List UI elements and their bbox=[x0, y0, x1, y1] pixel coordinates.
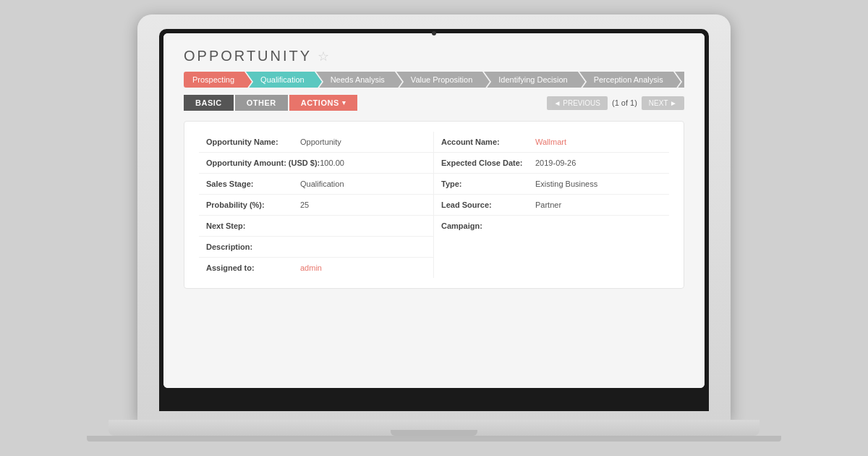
field-description: Description: bbox=[199, 237, 433, 258]
tab-basic[interactable]: BASIC bbox=[184, 95, 234, 111]
laptop-bottom bbox=[87, 436, 781, 442]
field-sales-stage: Sales Stage: Qualification bbox=[199, 174, 433, 195]
field-next-step: Next Step: bbox=[199, 216, 433, 237]
laptop-screen: OPPORTUNITY ☆ Prospecting Qualification … bbox=[163, 33, 705, 388]
pipeline: Prospecting Qualification Needs Analysis… bbox=[184, 72, 684, 88]
stage-identifying-decision[interactable]: Identifying Decision bbox=[484, 72, 577, 88]
field-opportunity-name: Opportunity Name: Opportunity bbox=[199, 132, 433, 153]
field-assigned-to: Assigned to: admin bbox=[199, 258, 433, 278]
stage-qualification[interactable]: Qualification bbox=[246, 72, 315, 88]
field-opportunity-amount: Opportunity Amount: (USD $): 100.00 bbox=[199, 153, 433, 174]
stage-needs-analysis[interactable]: Needs Analysis bbox=[316, 72, 395, 88]
left-column: Opportunity Name: Opportunity Opportunit… bbox=[199, 132, 434, 278]
previous-button[interactable]: ◄ PREVIOUS bbox=[547, 96, 608, 110]
field-account-name: Account Name: Wallmart bbox=[434, 132, 669, 153]
next-button[interactable]: NEXT ► bbox=[642, 96, 684, 110]
field-close-date: Expected Close Date: 2019-09-26 bbox=[434, 153, 669, 174]
tab-actions[interactable]: ACTIONS ▾ bbox=[289, 95, 358, 111]
stage-perception-analysis[interactable]: Perception Analysis bbox=[579, 72, 673, 88]
actions-dropdown-arrow: ▾ bbox=[342, 99, 346, 106]
stage-value-proposition[interactable]: Value Proposition bbox=[396, 72, 482, 88]
tabs-left: BASIC OTHER ACTIONS ▾ bbox=[184, 95, 357, 111]
screen-bezel: OPPORTUNITY ☆ Prospecting Qualification … bbox=[159, 29, 709, 411]
field-type: Type: Existing Business bbox=[434, 174, 669, 195]
right-column: Account Name: Wallmart Expected Close Da… bbox=[434, 132, 669, 278]
page-header: OPPORTUNITY ☆ bbox=[184, 48, 684, 64]
page-info: (1 of 1) bbox=[612, 98, 637, 107]
detail-grid: Opportunity Name: Opportunity Opportunit… bbox=[199, 132, 669, 278]
detail-card: Opportunity Name: Opportunity Opportunit… bbox=[184, 121, 684, 289]
laptop-shell: OPPORTUNITY ☆ Prospecting Qualification … bbox=[137, 14, 731, 420]
stage-prospecting[interactable]: Prospecting bbox=[184, 72, 244, 88]
laptop-base bbox=[109, 420, 760, 436]
field-lead-source: Lead Source: Partner bbox=[434, 195, 669, 216]
page-title: OPPORTUNITY bbox=[184, 48, 312, 64]
pagination: ◄ PREVIOUS (1 of 1) NEXT ► bbox=[547, 96, 684, 110]
field-probability: Probability (%): 25 bbox=[199, 195, 433, 216]
app-content: OPPORTUNITY ☆ Prospecting Qualification … bbox=[163, 33, 705, 388]
camera bbox=[432, 31, 436, 35]
tabs-row: BASIC OTHER ACTIONS ▾ ◄ PREVIOUS (1 of 1… bbox=[184, 95, 684, 111]
field-campaign: Campaign: bbox=[434, 216, 669, 236]
tab-other[interactable]: OTHER bbox=[235, 95, 288, 111]
star-icon[interactable]: ☆ bbox=[318, 48, 329, 64]
